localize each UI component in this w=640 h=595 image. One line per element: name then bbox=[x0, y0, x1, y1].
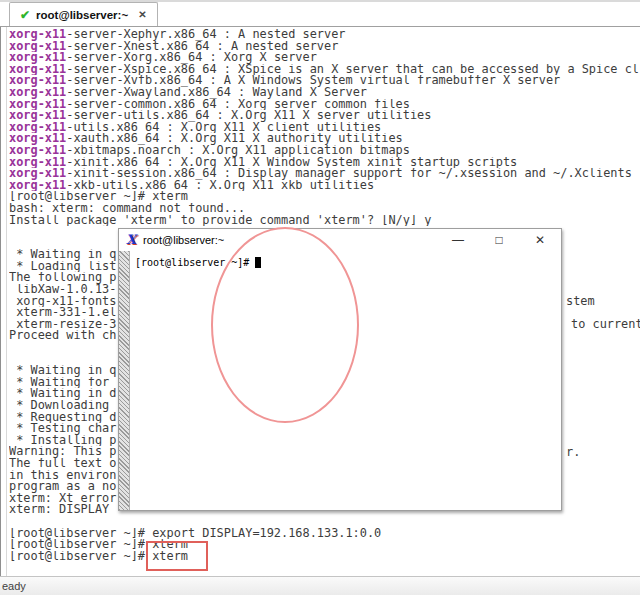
highlighted-package-prefix: xorg-x11 bbox=[9, 180, 66, 192]
status-bar: eady bbox=[0, 576, 640, 595]
highlighted-package-prefix: xorg-x11 bbox=[9, 168, 66, 180]
tab-bar: ✔ root@libserver:~ ✕ bbox=[0, 0, 640, 27]
terminal-line: xorg-x11-server-Xephyr.x86_64 : A nested… bbox=[9, 29, 640, 41]
highlighted-package-prefix: xorg-x11 bbox=[9, 99, 66, 111]
terminal-line: xorg-x11-xkb-utils.x86_64 : X.Org X11 xk… bbox=[9, 180, 640, 192]
terminal-line: xorg-x11-xauth.x86_64 : X.Org X11 X auth… bbox=[9, 133, 640, 145]
terminal-line: [root@libserver ~]# xterm bbox=[9, 191, 640, 203]
minimize-button[interactable]: — bbox=[451, 234, 465, 246]
terminal-line: xorg-x11-utils.x86_64 : X.Org X11 X clie… bbox=[9, 122, 640, 134]
highlighted-package-prefix: xorg-x11 bbox=[9, 110, 66, 122]
highlighted-package-prefix: xorg-x11 bbox=[9, 41, 66, 53]
terminal-line: xorg-x11-server-Xvfb.x86_64 : A X Window… bbox=[9, 75, 640, 87]
highlighted-package-prefix: xorg-x11 bbox=[9, 133, 66, 145]
xterm-scrollbar[interactable] bbox=[119, 251, 130, 510]
red-box-annotation bbox=[146, 541, 208, 571]
terminal-line: xorg-x11-server-Xnest.x86_64 : A nested … bbox=[9, 41, 640, 53]
terminal-line: xorg-x11-server-utils.x86_64 : X.Org X11… bbox=[9, 110, 640, 122]
highlighted-package-prefix: xorg-x11 bbox=[9, 64, 66, 76]
xterm-titlebar[interactable]: X root@libserver:~ — □ ✕ bbox=[119, 229, 561, 251]
terminal-line: [root@libserver ~]# export DISPLAY=192.1… bbox=[9, 528, 640, 540]
terminal-line bbox=[9, 516, 640, 528]
tab-root-libserver[interactable]: ✔ root@libserver:~ ✕ bbox=[9, 2, 158, 26]
red-ellipse-annotation bbox=[211, 227, 359, 423]
terminal-line: xorg-x11-server-Xorg.x86_64 : Xorg X ser… bbox=[9, 52, 640, 64]
terminal-line: xorg-x11-server-Xwayland.x86_64 : Waylan… bbox=[9, 87, 640, 99]
highlighted-package-prefix: xorg-x11 bbox=[9, 75, 66, 87]
close-button[interactable]: ✕ bbox=[533, 234, 547, 246]
terminal-line: xorg-x11-server-Xspice.x86_64 : XSpice i… bbox=[9, 64, 640, 76]
terminal-line: xorg-x11-xinit-session.x86_64 : Display … bbox=[9, 168, 640, 180]
window-controls: — □ ✕ bbox=[451, 229, 547, 251]
terminal-line: [root@libserver ~]# xterm bbox=[9, 539, 640, 551]
terminal-line: xorg-x11-xbitmaps.noarch : X.Org X11 app… bbox=[9, 145, 640, 157]
terminal-line-fragment: stem bbox=[566, 296, 595, 308]
terminal-line: Install package 'xterm' to provide comma… bbox=[9, 215, 640, 227]
highlighted-package-prefix: xorg-x11 bbox=[9, 87, 66, 99]
tab-close-icon[interactable]: ✕ bbox=[138, 9, 146, 20]
highlighted-package-prefix: xorg-x11 bbox=[9, 157, 66, 169]
terminal-line: xorg-x11-server-common.x86_64 : Xorg ser… bbox=[9, 99, 640, 111]
terminal-line: xorg-x11-xinit.x86_64 : X.Org X11 X Wind… bbox=[9, 157, 640, 169]
xterm-icon: X bbox=[126, 233, 136, 247]
highlighted-package-prefix: xorg-x11 bbox=[9, 122, 66, 134]
highlighted-package-prefix: xorg-x11 bbox=[9, 29, 66, 41]
xterm-window-title: root@libserver:~ bbox=[143, 234, 224, 246]
terminal-line: [root@libserver ~]# xterm bbox=[9, 551, 640, 563]
terminal-line bbox=[9, 562, 640, 574]
connected-check-icon: ✔ bbox=[20, 8, 30, 22]
terminal-line-fragment: r. bbox=[566, 447, 580, 459]
maximize-button[interactable]: □ bbox=[492, 234, 506, 246]
terminal-frame-line bbox=[6, 26, 7, 577]
terminal-line-fragment: to current bbox=[571, 319, 640, 331]
highlighted-package-prefix: xorg-x11 bbox=[9, 145, 66, 157]
highlighted-package-prefix: xorg-x11 bbox=[9, 52, 66, 64]
tab-title: root@libserver:~ bbox=[36, 9, 128, 21]
status-text: eady bbox=[2, 580, 26, 592]
terminal-line: bash: xterm: command not found... bbox=[9, 203, 640, 215]
